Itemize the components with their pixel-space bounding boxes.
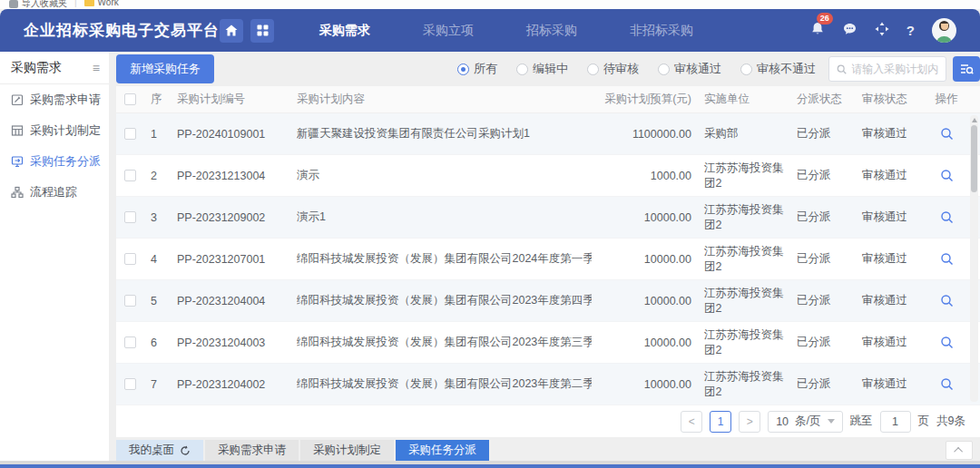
status-filter-radio[interactable]: 审核不通过 (740, 61, 816, 77)
page-unit-label: 页 (918, 414, 930, 429)
add-task-button[interactable]: 新增采购任务 (116, 54, 214, 83)
row-checkbox[interactable] (124, 211, 136, 223)
jump-label: 跳至 (850, 414, 873, 429)
cell-seq: 1 (143, 128, 177, 141)
browser-bookmarks-bar: 导入收藏夹 | Work (0, 0, 980, 9)
expand-arrows-icon (875, 22, 889, 36)
filter-search-icon (960, 63, 974, 75)
table-row: 6 PP-20231204003 绵阳科技城发展投资（发展）集团有限公司2023… (116, 322, 980, 364)
row-checkbox[interactable] (124, 295, 136, 307)
apps-grid-button[interactable] (250, 19, 274, 43)
row-checkbox[interactable] (124, 128, 136, 140)
messages-button[interactable] (842, 22, 858, 40)
bookmark-import[interactable]: 导入收藏夹 (9, 0, 67, 9)
status-filter-radio[interactable]: 待审核 (587, 61, 639, 77)
folder-icon (84, 0, 94, 6)
page-number-button[interactable]: 1 (710, 411, 731, 433)
row-checkbox[interactable] (124, 336, 136, 348)
sidebar-header: 采购需求 ≡ (0, 52, 109, 84)
sidebar-item-plan-make[interactable]: 采购计划制定 (0, 115, 109, 146)
view-detail-icon[interactable] (940, 210, 954, 224)
home-button[interactable] (220, 19, 243, 43)
status-filter-radio[interactable]: 审核通过 (658, 61, 721, 77)
cell-unit: 江苏苏海投资集团2 (691, 286, 784, 316)
chevron-up-icon (954, 447, 963, 456)
refresh-icon[interactable] (180, 445, 191, 456)
flow-sitemap-icon (11, 186, 24, 199)
cell-unit: 江苏苏海投资集团2 (691, 161, 784, 190)
cell-plan-content: 新疆天聚建设投资集团有限责任公司采购计划1 (297, 126, 592, 141)
scrollbar-thumb[interactable] (971, 125, 977, 192)
table-row: 2 PP-20231213004 演示 1000.00 江苏苏海投资集团2 已分… (116, 155, 980, 197)
sidebar-collapse-button[interactable]: ≡ (93, 61, 100, 75)
tab-task-dispatch[interactable]: 采购任务分派 (396, 440, 489, 461)
cell-actions (922, 210, 971, 224)
pagination: < 1 > 10 条/页 跳至 页 共9条 (116, 405, 980, 437)
app-title: 企业招标采购电子交易平台 (24, 20, 220, 41)
nav-item[interactable]: 采购需求 (319, 23, 370, 39)
tab-my-desktop[interactable]: 我的桌面 (116, 440, 203, 461)
cell-plan-content: 绵阳科技城发展投资（发展）集团有限公司2023年度第四季度采购 (297, 293, 592, 308)
col-unit: 实施单位 (691, 92, 784, 106)
sidebar-item-process-track[interactable]: 流程追踪 (0, 177, 109, 208)
cell-plan-code: PP-20231209002 (177, 211, 297, 224)
notifications-button[interactable]: 26 (810, 21, 825, 40)
prev-page-button[interactable]: < (681, 411, 702, 433)
sidebar: 采购需求 ≡ 采购需求申请 采购计划制定 采购任务分派 流程追踪 (0, 52, 109, 461)
sidebar-item-label: 采购计划制定 (30, 122, 101, 139)
sidebar-item-demand-apply[interactable]: 采购需求申请 (0, 84, 109, 115)
row-checkbox[interactable] (124, 170, 136, 181)
view-detail-icon[interactable] (940, 377, 954, 391)
tab-plan-make[interactable]: 采购计划制定 (300, 440, 394, 461)
edit-document-icon (11, 93, 24, 106)
search-input[interactable] (851, 63, 938, 75)
bookmark-folder-work[interactable]: Work (84, 0, 119, 7)
sidebar-item-label: 流程追踪 (30, 184, 77, 200)
view-detail-icon[interactable] (940, 294, 954, 307)
sidebar-item-task-dispatch[interactable]: 采购任务分派 (0, 146, 109, 177)
page-size-select[interactable]: 10 条/页 (768, 411, 842, 433)
cell-dispatch-status: 已分派 (784, 210, 849, 225)
nav-item[interactable]: 非招标采购 (630, 23, 693, 39)
collapse-panel-button[interactable] (946, 441, 973, 460)
cell-budget: 1100000.00 (592, 128, 691, 141)
cell-actions (922, 377, 971, 391)
scroll-up-arrow-icon[interactable] (972, 118, 977, 122)
next-page-button[interactable]: > (739, 411, 760, 433)
cell-audit-status: 审核通过 (849, 210, 922, 225)
radio-icon (516, 63, 528, 75)
row-checkbox[interactable] (124, 253, 136, 265)
notification-badge: 26 (817, 13, 833, 24)
nav-item[interactable]: 招标采购 (526, 23, 577, 39)
col-plan-code: 采购计划编号 (177, 92, 297, 107)
view-detail-icon[interactable] (940, 252, 954, 266)
jump-page-input[interactable] (880, 411, 911, 433)
advanced-search-button[interactable] (953, 56, 980, 82)
cell-dispatch-status: 已分派 (784, 126, 849, 141)
row-checkbox[interactable] (124, 378, 136, 390)
cell-unit: 采购部 (691, 126, 784, 141)
cell-dispatch-status: 已分派 (784, 335, 849, 350)
col-actions: 操作 (922, 92, 971, 107)
sidebar-title: 采购需求 (11, 60, 62, 76)
main-content: 新增采购任务 所有 编辑中 待审核 (116, 52, 980, 461)
table-row: 3 PP-20231209002 演示1 10000.00 江苏苏海投资集团2 … (116, 197, 980, 239)
help-button[interactable]: ? (906, 23, 915, 38)
page-size-unit: 条/页 (795, 414, 820, 429)
nav-item[interactable]: 采购立项 (423, 23, 474, 39)
header-actions: 26 ? (810, 18, 956, 43)
view-detail-icon[interactable] (940, 336, 954, 349)
fullscreen-button[interactable] (875, 22, 889, 40)
user-avatar[interactable] (932, 18, 956, 43)
select-all-checkbox[interactable] (124, 93, 136, 105)
apps-grid-icon (257, 24, 269, 36)
table-header-row: 序 采购计划编号 采购计划内容 采购计划预算(元) 实施单位 分派状态 审核状态… (116, 86, 980, 113)
tab-demand-apply[interactable]: 采购需求申请 (205, 440, 299, 461)
status-filter-radio[interactable]: 所有 (457, 61, 497, 77)
cell-actions (922, 294, 971, 307)
view-detail-icon[interactable] (940, 127, 954, 141)
status-filter-radio[interactable]: 编辑中 (516, 61, 568, 77)
view-detail-icon[interactable] (940, 169, 954, 182)
table-scrollbar[interactable] (970, 115, 978, 402)
radio-icon (587, 63, 599, 75)
